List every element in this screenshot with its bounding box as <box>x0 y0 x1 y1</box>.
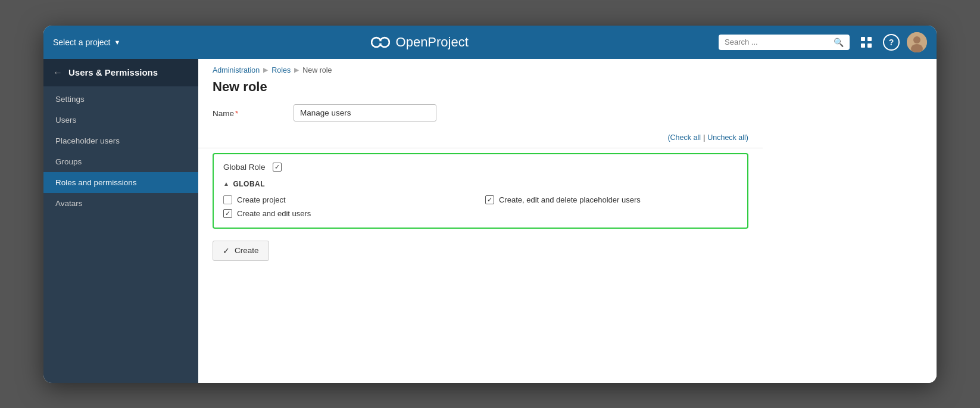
global-role-box: Global Role ▲ GLOBAL Create project <box>213 153 748 229</box>
perm-create-project-label: Create project <box>237 195 286 204</box>
select-project-button[interactable]: Select a project ▼ <box>53 38 120 47</box>
select-project-label: Select a project <box>53 38 111 47</box>
grid-icon <box>860 36 872 48</box>
chevron-down-icon: ▼ <box>114 39 121 46</box>
section-divider <box>198 148 763 148</box>
check-all-row: (Check all | Uncheck all) <box>667 131 748 147</box>
help-icon: ? <box>889 38 894 47</box>
breadcrumb-current: New role <box>302 66 332 74</box>
sidebar-item-avatars[interactable]: Avatars <box>43 193 198 214</box>
topbar-right: 🔍 ? <box>719 32 927 52</box>
form-area: Name* (Check all | Uncheck all) <box>198 104 937 383</box>
sidebar-title: Users & Permissions <box>68 67 158 77</box>
breadcrumb-sep-1: ▶ <box>263 66 268 74</box>
sidebar-item-placeholder-users[interactable]: Placeholder users <box>43 130 198 151</box>
search-input[interactable] <box>725 38 830 46</box>
perm-create-edit-users-checkbox[interactable] <box>223 209 232 218</box>
check-icon: ✓ <box>223 246 230 256</box>
perm-create-edit-users: Create and edit users <box>223 209 476 218</box>
sidebar-item-settings[interactable]: Settings <box>43 89 198 110</box>
sidebar: ← Users & Permissions Settings Users Pla… <box>43 59 198 383</box>
main-layout: ← Users & Permissions Settings Users Pla… <box>43 59 937 383</box>
page-title: New role <box>198 77 937 104</box>
help-button[interactable]: ? <box>883 34 900 51</box>
perm-create-project-checkbox[interactable] <box>223 195 232 204</box>
name-row: Name* <box>213 104 922 122</box>
perm-empty <box>485 209 738 218</box>
uncheck-all-link[interactable]: Uncheck all) <box>707 133 748 142</box>
svg-rect-6 <box>867 43 872 48</box>
breadcrumb: Administration ▶ Roles ▶ New role <box>198 59 937 77</box>
logo-svg <box>371 34 390 51</box>
perm-create-edit-delete-placeholder: Create, edit and delete placeholder user… <box>485 195 738 204</box>
sidebar-item-roles-and-permissions[interactable]: Roles and permissions <box>43 172 198 193</box>
app-name-label: OpenProject <box>396 35 469 50</box>
avatar[interactable] <box>907 32 927 52</box>
perm-create-edit-delete-placeholder-checkbox[interactable] <box>485 195 494 204</box>
breadcrumb-administration[interactable]: Administration <box>213 66 260 74</box>
caret-icon: ▲ <box>223 180 229 187</box>
svg-rect-5 <box>861 43 865 48</box>
breadcrumb-sep-2: ▶ <box>294 66 299 74</box>
app-logo: OpenProject <box>127 34 711 51</box>
sidebar-nav: Settings Users Placeholder users Groups … <box>43 86 198 214</box>
search-box[interactable]: 🔍 <box>719 35 850 50</box>
perm-create-edit-users-label: Create and edit users <box>237 209 311 218</box>
perm-create-project: Create project <box>223 195 476 204</box>
sidebar-header: ← Users & Permissions <box>43 59 198 86</box>
create-button-label: Create <box>235 246 259 255</box>
breadcrumb-roles[interactable]: Roles <box>271 66 291 74</box>
perm-create-edit-delete-placeholder-label: Create, edit and delete placeholder user… <box>499 195 641 204</box>
svg-rect-4 <box>867 37 872 41</box>
content-area: Administration ▶ Roles ▶ New role New ro… <box>198 59 937 383</box>
name-input[interactable] <box>294 104 436 122</box>
name-label: Name* <box>213 104 284 118</box>
global-role-checkbox[interactable] <box>273 163 282 172</box>
permissions-grid: Create project Create, edit and delete p… <box>223 195 738 218</box>
sidebar-back-button[interactable]: ← <box>53 67 63 78</box>
search-icon: 🔍 <box>834 38 844 47</box>
section-title: ▲ GLOBAL <box>223 180 738 188</box>
required-marker: * <box>235 109 238 118</box>
sidebar-item-groups[interactable]: Groups <box>43 151 198 172</box>
global-role-label: Global Role <box>223 163 266 172</box>
svg-point-8 <box>913 36 920 43</box>
check-all-link[interactable]: (Check all <box>667 133 701 142</box>
topbar: Select a project ▼ OpenProject 🔍 <box>43 26 937 59</box>
check-all-sep: | <box>703 133 705 142</box>
grid-menu-button[interactable] <box>857 33 876 52</box>
svg-rect-3 <box>861 37 865 41</box>
avatar-image <box>907 32 927 52</box>
global-role-row: Global Role <box>223 163 738 172</box>
sidebar-item-users[interactable]: Users <box>43 110 198 130</box>
create-button[interactable]: ✓ Create <box>213 241 269 261</box>
